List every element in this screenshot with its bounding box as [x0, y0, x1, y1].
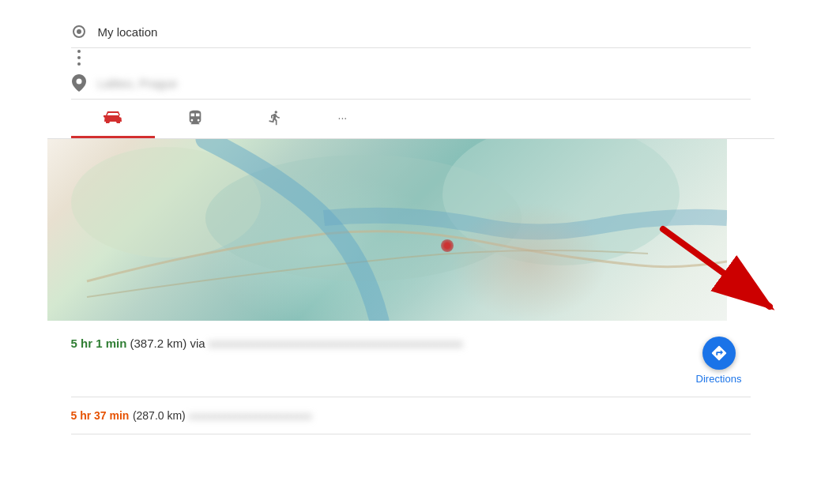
tab-more[interactable]: ··· [314, 100, 371, 138]
route-connector [71, 50, 87, 66]
svg-point-4 [116, 120, 119, 123]
svg-point-2 [76, 79, 81, 85]
directions-icon-circle [702, 337, 736, 370]
primary-route-info: 5 hr 1 min (387.2 km) via xxxxxxxxxxxxxx… [71, 337, 687, 350]
main-container: My location Laliteo, Prague [47, 0, 774, 434]
destination-row: Laliteo, Prague [71, 67, 751, 100]
tab-driving[interactable] [71, 100, 155, 138]
map-area [47, 139, 727, 321]
origin-row: My location [71, 16, 751, 48]
primary-route-distance: (387.2 km) via [130, 337, 205, 350]
origin-label: My location [98, 25, 158, 39]
alt-route-distance: (287.0 km) [133, 409, 189, 422]
origin-icon [71, 24, 87, 39]
primary-route-time: 5 hr 1 min [71, 337, 127, 350]
map-marker [441, 239, 454, 252]
destination-icon [71, 75, 87, 91]
svg-point-1 [77, 29, 81, 34]
alt-route-time: 5 hr 37 min [71, 409, 130, 422]
directions-button[interactable]: Directions [687, 337, 751, 385]
svg-point-7 [443, 139, 680, 265]
directions-label: Directions [696, 373, 742, 385]
tab-walking[interactable] [235, 100, 314, 138]
primary-route-via: xxxxxxxxxxxxxxxxxxxxxxxxxxxxxxxxxxxxxxxx… [209, 337, 463, 350]
svg-point-3 [107, 120, 110, 123]
primary-route-text: 5 hr 1 min (387.2 km) via xxxxxxxxxxxxxx… [71, 337, 687, 350]
alternate-route: 5 hr 37 min (287.0 km) xxxxxxxxxxxxxxxxx… [71, 397, 751, 434]
tab-transit[interactable] [155, 100, 235, 138]
destination-label: Laliteo, Prague [98, 77, 178, 90]
transport-tabs: ··· [47, 100, 774, 139]
alt-route-via: xxxxxxxxxxxxxxxxxxxxxxxx [189, 410, 312, 422]
primary-route: 5 hr 1 min (387.2 km) via xxxxxxxxxxxxxx… [71, 321, 751, 397]
location-section: My location Laliteo, Prague [71, 16, 751, 100]
